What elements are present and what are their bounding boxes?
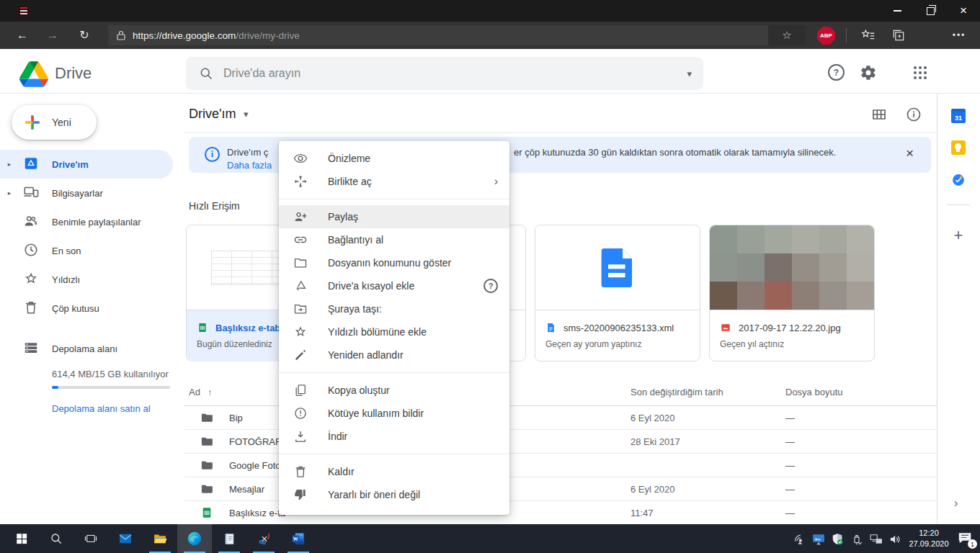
drive-shortcut-icon [293,279,308,293]
get-addons-button[interactable]: + [950,226,967,245]
ellipsis-icon: ••• [953,30,966,40]
scissors-icon [257,531,271,546]
menu-item-report-abuse[interactable]: Kötüye kullanım bildir [279,402,509,425]
sort-ascending-icon[interactable]: ↑ [208,387,213,397]
file-explorer-button[interactable] [143,524,177,553]
sidebar-item-label: Benimle paylaşılanlar [52,217,141,228]
menu-item-show-file-location[interactable]: Dosyanın konumunu göster [279,251,509,274]
taskbar-clock[interactable]: 12:20 27.09.2020 [904,528,954,549]
window-minimize-button[interactable] [881,0,914,22]
sidebar-item-starred[interactable]: Yıldızlı [0,265,173,294]
refresh-button[interactable]: ↻ [71,22,98,49]
folder-icon [200,411,213,424]
word-button[interactable] [281,524,316,553]
star-icon [293,325,308,339]
tray-volume-icon[interactable] [888,532,903,547]
menu-item-download[interactable]: İndir [279,425,509,448]
help-circle-icon[interactable]: ? [484,279,498,293]
start-button[interactable] [4,524,39,553]
back-button[interactable]: ← [9,22,36,49]
sidebar-item-shared-with-me[interactable]: Benimle paylaşılanlar [0,207,173,236]
menu-item-share[interactable]: Paylaş [279,205,509,228]
settings-button[interactable] [860,64,877,81]
keep-icon[interactable] [951,140,966,155]
tasks-icon[interactable] [951,173,966,187]
banner-text-fragment-right: er çöp kutunuzda 30 gün kaldıktan sonra … [514,147,836,158]
search-placeholder: Drive'da arayın [223,67,300,80]
collapse-panel-chevron-icon[interactable]: › [954,497,958,510]
context-menu: Önizleme Birlikte aç › Paylaş Bağlantıyı… [279,141,509,515]
banner-close-button[interactable]: × [906,145,914,161]
mail-app-button[interactable] [108,524,143,553]
menu-item-move-to[interactable]: Şuraya taşı: [279,297,509,320]
details-button[interactable] [905,106,922,123]
people-icon [23,213,40,230]
sidebar-item-recent[interactable]: En son [0,236,173,265]
menu-item-preview[interactable]: Önizleme [279,147,509,170]
tray-defender-icon[interactable] [830,532,845,547]
menu-item-make-copy[interactable]: Kopya oluştur [279,379,509,402]
adblock-extension-button[interactable]: ABP [817,27,835,45]
expand-arrow-icon[interactable]: ▸ [0,189,19,197]
new-button[interactable]: Yeni [12,105,97,140]
column-header-modified[interactable]: Son değiştirdiğim tarih [631,387,723,397]
sidebar-item-trash[interactable]: Çöp kutusu [0,294,173,323]
column-header-size[interactable]: Dosya boyutu [785,387,843,397]
taskbar-search-button[interactable] [39,524,74,553]
sidebar-item-computers[interactable]: ▸ Bilgisayarlar [0,179,173,207]
reading-list-button[interactable] [885,22,912,49]
banner-learn-more-link[interactable]: Daha fazla [227,160,272,171]
drive-logo-icon[interactable] [19,61,48,87]
tray-usb-icon[interactable] [850,532,864,547]
sidebar-item-label: En son [52,246,81,256]
column-header-name[interactable]: Ad [189,387,200,397]
report-icon [293,406,308,421]
calendar-icon[interactable]: 31 [951,109,966,123]
menu-item-add-to-starred[interactable]: Yıldızlı bölümüne ekle [279,320,509,343]
word-icon [291,531,306,546]
favorites-hub-button[interactable] [855,22,882,49]
buy-storage-link[interactable]: Depolama alanı satın al [52,403,151,414]
forward-button[interactable]: → [39,22,66,49]
window-restore-button[interactable] [914,0,947,22]
sidebar-item-label: Bilgisayarlar [52,188,103,199]
grid-view-button[interactable] [870,106,888,123]
menu-item-rename[interactable]: Yeniden adlandır [279,343,509,367]
sidebar-item-my-drive[interactable]: ▸ Drive'ım [0,150,173,179]
copy-icon [293,383,308,397]
file-card-image[interactable]: 2017-09-17 12.22.20.jpg Geçen yıl açtını… [709,225,875,361]
info-icon: i [205,147,220,162]
search-icon [199,66,213,81]
notepad-button[interactable] [212,524,246,553]
action-center-button[interactable]: 1 [957,530,974,547]
folder-icon [293,256,308,270]
search-options-caret-icon[interactable]: ▾ [687,68,692,79]
file-subtitle: Geçen yıl açtınız [720,339,864,349]
sidebar-item-label: Çöp kutusu [52,303,99,314]
browser-menu-button[interactable]: ••• [945,22,973,49]
menu-item-add-shortcut-to-drive[interactable]: Drive'a kısayol ekle ? [279,274,509,297]
folder-icon [200,435,213,448]
menu-item-remove[interactable]: Kaldır [279,460,509,483]
edge-browser-button[interactable] [177,524,212,553]
help-button[interactable]: ? [828,64,845,81]
menu-item-get-link[interactable]: Bağlantıyı al [279,228,509,251]
menu-item-not-useful[interactable]: Yararlı bir öneri değil [279,483,509,506]
snipping-tool-button[interactable] [246,524,281,553]
expand-arrow-icon[interactable]: ▸ [0,161,19,168]
google-apps-button[interactable] [912,64,929,81]
task-view-button[interactable] [74,524,108,553]
sidebar-item-storage[interactable]: Depolama alanı [0,334,184,363]
tray-display-app-icon[interactable] [811,532,826,547]
address-bar[interactable]: https://drive.google.com/drive/my-drive … [108,25,806,45]
file-card-xml[interactable]: sms-20200906235133.xml Geçen ay yorum ya… [535,225,700,361]
folder-icon [200,482,213,495]
window-close-button[interactable]: × [947,0,980,22]
tray-satellite-icon[interactable] [793,532,807,547]
search-input[interactable]: Drive'da arayın ▾ [186,57,703,90]
add-favorite-button[interactable]: ☆ [768,25,806,45]
favorites-hub-icon [860,27,876,43]
page-title-caret-icon[interactable]: ▾ [244,109,249,120]
menu-item-open-with[interactable]: Birlikte aç › [279,170,509,193]
tray-network-icon[interactable] [869,532,883,547]
